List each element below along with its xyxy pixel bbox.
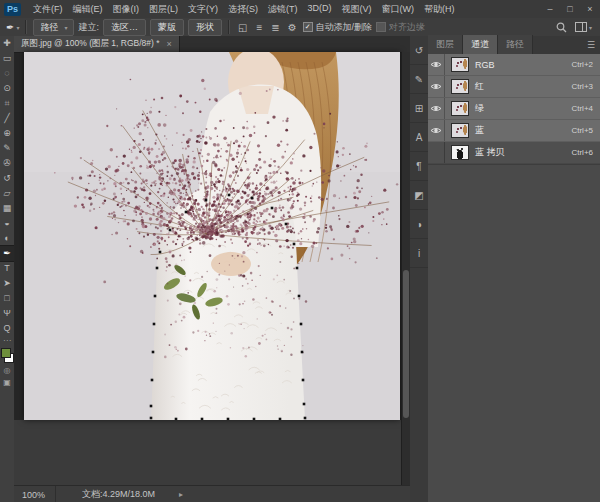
menu-item-10[interactable]: 帮助(H) [419,1,460,18]
search-icon[interactable] [556,22,567,33]
separator [228,20,230,34]
pen-tool[interactable]: ✒ [0,246,14,261]
workspace-switcher[interactable]: ▾ [575,22,592,32]
scrollbar-thumb[interactable] [403,270,409,418]
healing-brush-tool[interactable]: ⊕ [0,126,14,141]
menu-item-9[interactable]: 窗口(W) [377,1,420,18]
auto-add-delete-checkbox[interactable]: ✓ 自动添加/删除 [303,21,373,34]
channel-thumbnail[interactable] [451,123,469,138]
document-tab-strip: 原图.jpg @ 100% (图层 1, RGB/8#) * × [14,36,410,53]
clone-stamp-tool[interactable]: ✇ [0,156,14,171]
character-panel-icon[interactable]: A [410,123,428,152]
panel-tab-通道[interactable]: 通道 [463,35,498,54]
menu-item-3[interactable]: 图层(L) [144,1,183,18]
channel-thumbnail[interactable] [451,57,469,72]
zoom-level-field[interactable]: 100% [14,486,56,502]
panel-menu-icon[interactable]: ☰ [587,40,595,50]
path-align-icon[interactable]: ≡ [254,22,264,33]
align-edges-label: 对齐边缘 [389,21,425,34]
marquee-tool[interactable]: ▭ [0,51,14,66]
photo-canvas[interactable] [24,52,400,420]
separator [25,20,27,34]
channel-name: 红 [475,80,571,93]
gear-icon[interactable]: ⚙ [286,22,299,33]
menu-item-2[interactable]: 图像(I) [108,1,145,18]
brush-panel-icon[interactable]: ✎ [410,65,428,94]
chevron-right-icon[interactable]: ▸ [165,490,183,499]
pen-mode-value: 路径 [40,21,58,34]
history-panel-icon[interactable]: ↺ [410,36,428,65]
make-shape-button[interactable]: 形状 [188,19,222,36]
channel-thumbnail[interactable] [451,145,469,160]
type-tool[interactable]: T [0,261,14,276]
document-tab[interactable]: 原图.jpg @ 100% (图层 1, RGB/8#) * × [14,36,180,52]
channel-row-2[interactable]: 绿Ctrl+4 [428,98,600,120]
quick-selection-tool[interactable]: ⊙ [0,81,14,96]
menu-item-1[interactable]: 编辑(E) [68,1,108,18]
tool-preset-picker[interactable]: ✒ ▾ [6,22,19,33]
pen-mode-dropdown[interactable]: 路径 ▾ [33,19,74,36]
close-icon[interactable]: × [167,39,172,49]
adjustments-panel-icon[interactable]: ◑ [410,210,428,239]
canvas-body[interactable] [14,52,410,485]
channel-row-4[interactable]: 蓝 拷贝Ctrl+6 [428,142,600,164]
checkbox-checked-icon: ✓ [303,22,313,32]
blur-tool[interactable]: ◒ [0,216,14,231]
menu-item-7[interactable]: 3D(D) [303,1,337,18]
eyedropper-tool[interactable]: ╱ [0,111,14,126]
channel-row-3[interactable]: 蓝Ctrl+5 [428,120,600,142]
panel-tab-图层[interactable]: 图层 [428,35,463,54]
hand-tool[interactable]: Ψ [0,306,14,321]
vertical-scrollbar[interactable] [401,52,410,485]
menu-item-4[interactable]: 文字(Y) [183,1,223,18]
quick-mask-button[interactable]: ◎ [0,364,14,376]
shape-tool[interactable]: □ [0,291,14,306]
visibility-toggle[interactable] [428,142,445,163]
channel-shortcut: Ctrl+3 [571,82,593,91]
paragraph-panel-icon[interactable]: ¶ [410,152,428,181]
menu-item-5[interactable]: 选择(S) [223,1,263,18]
path-operations-icon[interactable]: ◱ [236,22,249,33]
more-tools-icon[interactable]: ⋯ [3,336,11,345]
channel-thumbnail[interactable] [451,79,469,94]
eraser-tool[interactable]: ▱ [0,186,14,201]
foreground-color-swatch[interactable] [1,348,11,358]
channel-thumbnail[interactable] [451,101,469,116]
visibility-toggle[interactable] [428,54,445,75]
zoom-tool[interactable]: Q [0,321,14,336]
path-selection-tool[interactable]: ➤ [0,276,14,291]
screen-mode-button[interactable]: ▣ [0,376,14,388]
menu-item-6[interactable]: 滤镜(T) [263,1,303,18]
lasso-tool[interactable]: ◌ [0,66,14,81]
history-brush-tool[interactable]: ↺ [0,171,14,186]
make-selection-button[interactable]: 选区… [103,19,146,36]
styles-panel-icon[interactable]: ◩ [410,181,428,210]
align-edges-checkbox[interactable]: 对齐边缘 [376,21,425,34]
dodge-tool[interactable]: ◐ [0,231,14,246]
make-mask-button[interactable]: 蒙版 [150,19,184,36]
menu-item-0[interactable]: 文件(F) [28,1,68,18]
brush-tool[interactable]: ✎ [0,141,14,156]
channel-shortcut: Ctrl+6 [571,148,593,157]
move-tool[interactable]: ✚ [0,36,14,51]
visibility-toggle[interactable] [428,120,445,141]
crop-tool[interactable]: ⌗ [0,96,14,111]
pen-tool-icon: ✒ [6,22,14,33]
color-swatches[interactable] [0,347,14,364]
close-button[interactable]: × [580,0,600,18]
info-panel-icon[interactable]: i [410,239,428,268]
properties-panel-icon[interactable]: ⊞ [410,94,428,123]
menu-bar: 文件(F)编辑(E)图像(I)图层(L)文字(Y)选择(S)滤镜(T)3D(D)… [28,1,460,18]
maximize-button[interactable]: □ [560,0,580,18]
visibility-toggle[interactable] [428,98,445,119]
pasteboard [14,420,402,485]
menu-item-8[interactable]: 视图(V) [337,1,377,18]
path-arrange-icon[interactable]: ≣ [269,22,281,33]
panel-tab-路径[interactable]: 路径 [498,35,533,54]
gradient-tool[interactable]: ▦ [0,201,14,216]
channel-row-1[interactable]: 红Ctrl+3 [428,76,600,98]
visibility-toggle[interactable] [428,76,445,97]
minimize-button[interactable]: – [540,0,560,18]
channel-row-0[interactable]: RGBCtrl+2 [428,54,600,76]
eye-icon [430,104,442,113]
